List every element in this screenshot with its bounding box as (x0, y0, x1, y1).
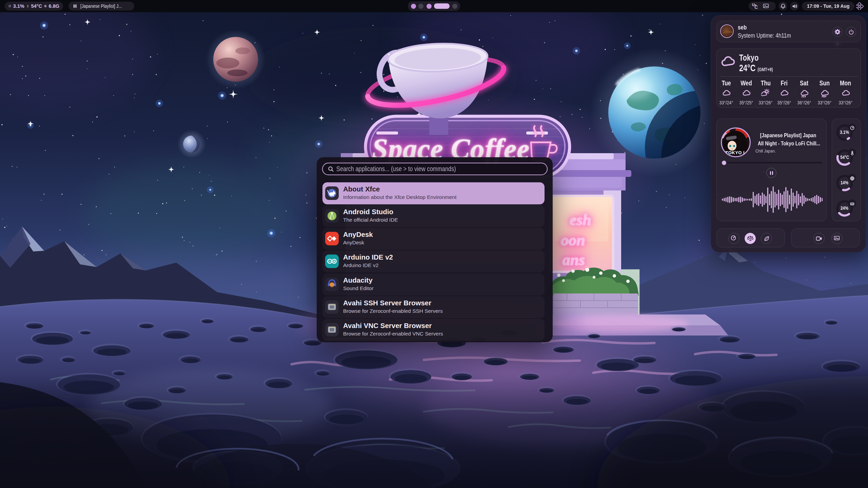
svg-text:ans: ans (563, 251, 585, 268)
svg-text:esh: esh (570, 211, 591, 228)
svg-text:oon: oon (561, 231, 585, 249)
